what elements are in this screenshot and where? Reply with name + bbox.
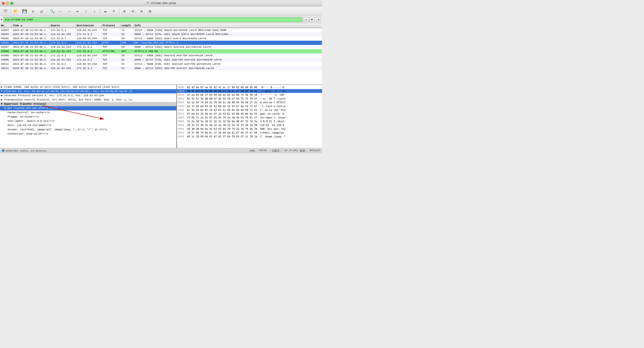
zoom-reset-button[interactable]: ⊗	[138, 8, 146, 15]
hex-dump-panel: 0000 02 42 9a 8f ea 02 02 42 ac 1f 00 02…	[177, 85, 322, 148]
hex-offset: 0040	[178, 100, 187, 104]
table-row[interactable]: 435982023-07-30 21:53:30.207440116.62.63…	[0, 49, 322, 53]
hex-row[interactable]: 0020 3f ea 83 b0 27 04 09 04 be 6e d2 88…	[177, 93, 322, 97]
filter-actions: ✕ ▼	[304, 17, 314, 22]
col-header-length[interactable]: Length	[120, 23, 134, 28]
go-back-button[interactable]: ←	[57, 8, 65, 15]
filter-icon: ▶	[1, 18, 2, 21]
save-file-button[interactable]: 💾	[20, 8, 28, 15]
detail-item-http-cache[interactable]: Cache-Control: no-cache\r\n	[0, 110, 176, 115]
toolbar-sep-1	[10, 9, 11, 14]
detail-area: ▶ Frame 43596: 269 bytes on wire (2152 b…	[0, 85, 322, 148]
hex-ascii: 116.62. 63.234:9	[260, 123, 321, 127]
col-header-time[interactable]: Time ▲	[12, 23, 50, 28]
hex-row[interactable]: 00d0 66 2c 20 69 6d 61 67 65 2f 6a 70 65…	[177, 134, 322, 138]
detail-item-http-useragent[interactable]: User-Agent: Java/1.8.0_212\r\n	[0, 119, 176, 123]
filter-bookmark-button[interactable]: ▼	[309, 17, 314, 22]
hex-bytes: 20 31 31 36 2e 36 32 2e 36 33 2e 32 33 3…	[187, 123, 260, 127]
table-row[interactable]: 435932023-07-30 21:53:30.184372172.31.0.…	[0, 28, 322, 32]
col-header-no[interactable]: No.	[0, 23, 12, 28]
toolbar-sep-4	[119, 9, 119, 14]
detail-item-http-get[interactable]: ▼ GET /custom.dtd.xml HTTP/1.1\r\n	[0, 106, 176, 110]
table-row[interactable]: 436002023-07-30 21:53:30.207513116.62.63…	[0, 58, 322, 62]
reload-button[interactable]: ↺	[38, 8, 46, 15]
hex-ascii: l: no-ca che··Pra	[260, 108, 321, 112]
hex-offset: 0090	[178, 119, 187, 123]
hex-ascii: ?···'··· ·n··t6P·	[260, 93, 321, 97]
hex-bytes: 73 65 72 2d 41 67 65 6e 74 3a 20 4a 61 7…	[187, 116, 260, 119]
go-first-button[interactable]: ⇤	[74, 8, 82, 15]
detail-item-http-accept[interactable]: Accept: text/html, image/gif, image/jpeg…	[0, 127, 176, 132]
detail-item-ip[interactable]: ▶ Internet Protocol Version 4, Src: 172.…	[0, 93, 176, 98]
col-header-protocol[interactable]: Protocol	[102, 23, 120, 28]
table-row[interactable]: 435992023-07-30 21:53:30.207453172.31.0.…	[0, 53, 322, 58]
table-row[interactable]: 435962023-07-30 21:53:30.196193172.31.0.…	[0, 41, 322, 45]
hex-row[interactable]: 0050 2e 31 0d 0a 43 61 63 68 65 2d 43 6f…	[177, 104, 322, 108]
colorize-button[interactable]: ▬	[101, 8, 109, 15]
toolbar: 🦈 📂 💾 ✕ ↺ 🔍 ← → ⇤ ↑ ↓ ▬ ≡ ⊕ ⊖ ⊗ ⊞	[0, 7, 322, 16]
status-capture-info: Ethernet (eth), 14 byte(s)	[6, 149, 248, 152]
hex-row[interactable]: 00a0 20 31 31 36 2e 36 32 2e 36 33 2e 32…	[177, 123, 322, 127]
detail-item-http-pragma[interactable]: Pragma: no-cache\r\n	[0, 115, 176, 119]
hex-row[interactable]: 0070 67 6d 61 3a 20 6e 6f 2d 63 61 63 68…	[177, 112, 322, 116]
status-displayed-label: · 已显示：	[269, 149, 282, 152]
minimize-window-button[interactable]	[6, 2, 9, 5]
hex-row[interactable]: 0060 6c 3a 20 6e 6f 2d 63 61 63 68 65 0d…	[177, 108, 322, 112]
wireshark-logo-btn[interactable]: 🦈	[2, 8, 10, 15]
search-button[interactable]: 🔍	[48, 8, 56, 15]
table-row[interactable]: 435952023-07-30 21:53:30.195811172.31.0.…	[0, 36, 322, 41]
hex-offset: 00b0	[178, 127, 187, 131]
hex-ascii: gma: no-cache··U	[260, 112, 321, 116]
table-row[interactable]: 435942023-07-30 21:53:30.195723116.62.63…	[0, 32, 322, 36]
detail-item-http-connection[interactable]: Connection: keep-alive\r\n	[0, 132, 176, 136]
status-displayed-value: 10 (0.0%)	[284, 149, 298, 152]
hex-row[interactable]: 0010 00 ff c8 76 40 00 40 06 11 39 ac 1f…	[177, 89, 322, 93]
close-window-button[interactable]	[2, 2, 5, 5]
detail-item-ethernet[interactable]: ▼ Ethernet II, Src: 02:42:ac:1f:00:02 (0…	[0, 89, 176, 93]
col-header-info[interactable]: Info	[134, 23, 322, 28]
go-down-button[interactable]: ↓	[91, 8, 99, 15]
hex-row[interactable]: 0030 01 f6 61 3b 00 00 47 45 54 20 2f 63…	[177, 97, 322, 100]
close-file-button[interactable]: ✕	[29, 8, 37, 15]
hex-offset: 0030	[178, 97, 187, 100]
window-title: 🦈 stream_new.pcap	[146, 2, 176, 5]
zoom-in-button[interactable]: ⊕	[120, 8, 128, 15]
maximize-window-button[interactable]	[10, 2, 13, 5]
col-header-destination[interactable]: Destination	[76, 23, 102, 28]
zoom-out-button[interactable]: ⊖	[129, 8, 137, 15]
hex-bytes: 02 42 9a 8f ea 02 02 42 ac 1f 00 02 08 0…	[187, 85, 260, 89]
detail-item-http-host[interactable]: Host: 116.62.63.234:9988\r\n	[0, 123, 176, 127]
col-header-source[interactable]: Source	[50, 23, 76, 28]
filter-add-button[interactable]: +	[316, 17, 321, 22]
hex-row[interactable]: 00c0 74 2f 68 74 6d 6c 2c 20 69 6d 61 67…	[177, 131, 322, 134]
hex-bytes: 66 2c 20 69 6d 61 67 65 2f 6a 70 65 67 2…	[187, 134, 260, 138]
filterbar: ▶ ✕ ▼ +	[0, 16, 322, 23]
resize-columns-button[interactable]: ⊞	[146, 8, 154, 15]
hex-bytes: 6c 3a 20 6e 6f 2d 63 61 63 68 65 0d 0a 5…	[187, 108, 260, 112]
packet-table-header: No. Time ▲ Source Destination Protocol L…	[0, 23, 322, 28]
auto-scroll-button[interactable]: ≡	[110, 8, 118, 15]
filter-clear-button[interactable]: ✕	[304, 17, 309, 22]
hex-row[interactable]: 00b0 39 38 38 0d 0a 41 63 63 65 70 74 3a…	[177, 127, 322, 131]
detail-item-http[interactable]: ▼ Hypertext Transfer Protocol	[0, 102, 176, 106]
hex-row[interactable]: 0080 73 65 72 2d 41 67 65 6e 74 3a 20 4a…	[177, 116, 322, 119]
go-up-button[interactable]: ↑	[82, 8, 90, 15]
detail-item-tcp[interactable]: ▶ Transmission Control Protocol, Src Por…	[0, 98, 176, 102]
hex-row[interactable]: 0090 31 2e 38 2e 30 5f 32 31 32 0d 0a 48…	[177, 119, 322, 123]
filter-input[interactable]	[4, 17, 303, 22]
hex-ascii: .1··Cach e-Contro	[260, 104, 321, 108]
table-row[interactable]: 436112023-07-30 21:53:30.233663172.31.0.…	[0, 62, 322, 66]
detail-item-frame[interactable]: ▶ Frame 43596: 269 bytes on wire (2152 b…	[0, 85, 176, 89]
hex-bytes: 67 6d 61 3a 20 6e 6f 2d 63 61 63 68 65 0…	[187, 112, 260, 116]
open-file-button[interactable]: 📂	[12, 8, 20, 15]
hex-row[interactable]: 0040 6d 2e 64 74 64 2e 78 6d 6c 20 48 54…	[177, 100, 322, 104]
table-row[interactable]: 435972023-07-30 21:53:30.198133116.62.63…	[0, 45, 322, 49]
table-row[interactable]: 436122023-07-30 21:53:30.234753116.62.63…	[0, 66, 322, 70]
go-forward-button[interactable]: →	[65, 8, 73, 15]
hex-offset: 0010	[178, 89, 187, 93]
packet-detail-panel: ▶ Frame 43596: 269 bytes on wire (2152 b…	[0, 85, 177, 148]
hex-row[interactable]: 0000 02 42 9a 8f ea 02 02 42 ac 1f 00 02…	[177, 85, 322, 89]
hex-offset: 0060	[178, 108, 187, 112]
hex-offset: 0080	[178, 116, 187, 119]
hex-bytes: 6d 2e 64 74 64 2e 78 6d 6c 20 48 54 54 5…	[187, 100, 260, 104]
